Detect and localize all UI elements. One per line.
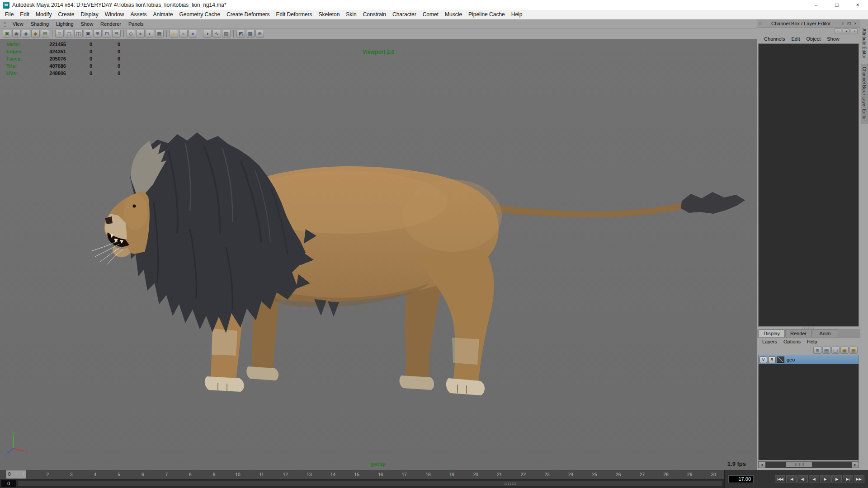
menu-item-help[interactable]: Help	[508, 10, 526, 19]
bookmark-icon[interactable]: ◆	[31, 30, 40, 38]
checker-icon[interactable]: ▦	[155, 30, 164, 38]
step-forward-frame-button[interactable]: ▶|	[843, 475, 853, 483]
wireframe-icon[interactable]: ◇	[127, 30, 135, 38]
timeline-tick[interactable]: 15	[354, 470, 359, 479]
timeline-tick[interactable]: 7	[165, 470, 168, 479]
new-layer-icon[interactable]: ▣	[840, 347, 849, 354]
step-back-frame-button[interactable]: |◀	[786, 475, 797, 483]
timeline-tick[interactable]: 9	[213, 470, 216, 479]
panel-menu-lighting[interactable]: Lighting	[52, 21, 77, 27]
timeline-tick[interactable]: 10	[236, 470, 241, 479]
xray-icon[interactable]: ▩	[246, 30, 255, 38]
side-tab-attribute-editor[interactable]: Attribute Editor	[861, 26, 867, 61]
all-lights-icon[interactable]: ●	[179, 30, 188, 38]
textured-mode-icon[interactable]: ◐	[146, 30, 154, 38]
menu-item-skin[interactable]: Skin	[343, 10, 359, 19]
menu-item-constrain[interactable]: Constrain	[360, 10, 389, 19]
timeline-tick[interactable]: 19	[449, 470, 454, 479]
layer-renderable-toggle[interactable]: R	[768, 357, 776, 363]
timeline-tick[interactable]: 26	[616, 470, 621, 479]
close-panel-icon[interactable]: ×	[853, 21, 858, 26]
range-bar[interactable]	[17, 481, 723, 487]
timeline-tick[interactable]: 2	[46, 470, 49, 479]
restore-button[interactable]: □	[826, 0, 847, 10]
timeline-tick[interactable]: 25	[592, 470, 597, 479]
timeline-tick[interactable]: 12	[283, 470, 288, 479]
menu-item-animate[interactable]: Animate	[150, 10, 176, 19]
timeline-tick[interactable]: 22	[521, 470, 526, 479]
panel-menu-view[interactable]: View	[9, 21, 27, 27]
range-start-field[interactable]: 0	[1, 480, 16, 487]
viewport[interactable]: Verts:22145500Edges:42435100Faces:205076…	[0, 39, 757, 470]
play-forwards-button[interactable]: ▶	[820, 475, 830, 483]
scroll-thumb[interactable]	[786, 462, 812, 467]
close-button[interactable]: ×	[847, 0, 868, 10]
select-camera-icon[interactable]: ▣	[3, 30, 11, 38]
layer-options-icon[interactable]: ≡	[813, 347, 821, 354]
layer-row-geo[interactable]: V R geo	[759, 355, 859, 364]
timeline-tick[interactable]: 23	[544, 470, 549, 479]
go-to-end-button[interactable]: ▶▶|	[854, 475, 864, 483]
time-slider-ticks[interactable]: 0 12345678910111213141516171819202122232…	[0, 470, 724, 479]
shaded-mode-icon[interactable]: ●	[136, 30, 145, 38]
camera-attributes-icon[interactable]: ◈	[22, 30, 30, 38]
timeline-tick[interactable]: 13	[307, 470, 311, 479]
layer-menu-layers[interactable]: Layers	[759, 339, 780, 344]
panel-menu-shading[interactable]: Shading	[27, 21, 52, 27]
menu-item-window[interactable]: Window	[102, 10, 127, 19]
panel-grip-handle[interactable]	[4, 21, 6, 27]
scroll-track[interactable]	[765, 462, 852, 468]
current-time-field[interactable]: 17.00	[728, 475, 754, 483]
panel-menu-renderer[interactable]: Renderer	[97, 21, 125, 27]
speed-control-icon[interactable]: ◑	[843, 28, 849, 34]
layer-tab-render[interactable]: Render	[785, 329, 811, 337]
timeline-tick[interactable]: 6	[142, 470, 144, 479]
timeline-tick[interactable]: 11	[259, 470, 264, 479]
go-to-start-button[interactable]: |◀◀	[775, 475, 785, 483]
drag-handle-icon[interactable]: ⠿	[759, 21, 762, 26]
float-panel-icon[interactable]: ◱	[846, 21, 852, 26]
grid-icon[interactable]: ⌗	[55, 30, 64, 38]
multisample-icon[interactable]: ▨	[222, 30, 231, 38]
timeline-tick[interactable]: 18	[425, 470, 430, 479]
timeline-tick[interactable]: 1	[23, 470, 25, 479]
timeline-tick[interactable]: 27	[640, 470, 645, 479]
timeline-tick[interactable]: 17	[402, 470, 407, 479]
layer-tab-anim[interactable]: Anim	[812, 329, 838, 337]
layer-list[interactable]: V R geo	[758, 355, 859, 460]
menu-item-create[interactable]: Create	[55, 10, 77, 19]
timeline-tick[interactable]: 3	[70, 470, 73, 479]
default-lighting-icon[interactable]: ●	[170, 30, 178, 38]
step-forward-key-button[interactable]: |▶	[831, 475, 842, 483]
shadows-icon[interactable]: ●	[189, 30, 197, 38]
ambient-occlusion-icon[interactable]: ◑	[203, 30, 212, 38]
lion-model[interactable]	[0, 39, 757, 470]
range-grip-handle[interactable]	[504, 482, 517, 485]
menu-item-pipeline-cache[interactable]: Pipeline Cache	[465, 10, 508, 19]
layer-color-swatch[interactable]	[777, 357, 784, 363]
play-backwards-button[interactable]: ◀	[809, 475, 819, 483]
panel-menu-show[interactable]: Show	[77, 21, 97, 27]
timeline-tick[interactable]: 14	[330, 470, 335, 479]
channel-list-area[interactable]	[758, 43, 859, 327]
menu-item-skeleton[interactable]: Skeleton	[316, 10, 343, 19]
layer-menu-help[interactable]: Help	[804, 339, 821, 344]
menu-item-comet[interactable]: Comet	[420, 10, 442, 19]
channel-mode-icon[interactable]: ◔	[851, 28, 858, 34]
channel-box-menu-object[interactable]: Object	[803, 36, 824, 42]
step-back-key-button[interactable]: ◀|	[797, 475, 808, 483]
menu-item-create-deformers[interactable]: Create Deformers	[223, 10, 273, 19]
film-gate-icon[interactable]: ▢	[65, 30, 73, 38]
field-chart-icon[interactable]: ⊞	[93, 30, 102, 38]
motion-blur-icon[interactable]: ∿	[212, 30, 221, 38]
new-layer-from-selected-icon[interactable]: ▦	[849, 347, 858, 354]
timeline-tick[interactable]: 28	[664, 470, 669, 479]
channel-box-menu-show[interactable]: Show	[824, 36, 843, 42]
channel-box-menu-channels[interactable]: Channels	[761, 36, 788, 42]
show-manipulators-icon[interactable]: +	[835, 28, 841, 34]
layer-tab-display[interactable]: Display	[759, 329, 785, 337]
scroll-right-arrow[interactable]: ►	[852, 462, 859, 468]
timeline-tick[interactable]: 8	[189, 470, 192, 479]
menu-item-geometry-cache[interactable]: Geometry Cache	[176, 10, 224, 19]
menu-item-display[interactable]: Display	[77, 10, 101, 19]
